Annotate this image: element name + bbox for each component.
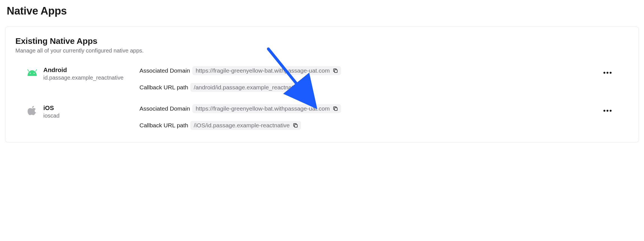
card-subtitle: Manage all of your currently configured …: [15, 47, 629, 54]
copy-domain-button[interactable]: [330, 106, 338, 111]
associated-domain-field: Associated Domain https://fragile-greeny…: [139, 66, 629, 75]
page-title: Native Apps: [7, 5, 639, 17]
domain-value: https://fragile-greenyellow-bat.withpass…: [196, 67, 330, 74]
card-title: Existing Native Apps: [15, 36, 629, 46]
callback-value: /iOS/id.passage.example-reactnative: [194, 122, 290, 129]
app-id: ioscad: [43, 112, 60, 119]
field-label-domain: Associated Domain: [139, 105, 190, 112]
domain-value: https://fragile-greenyellow-bat.withpass…: [196, 105, 330, 112]
svg-rect-0: [27, 69, 29, 71]
android-icon: [26, 66, 38, 78]
native-apps-card: Existing Native Apps Manage all of your …: [5, 27, 639, 142]
domain-chip: https://fragile-greenyellow-bat.withpass…: [192, 66, 341, 75]
callback-chip: /iOS/id.passage.example-reactnative: [190, 121, 301, 130]
svg-point-2: [30, 73, 31, 74]
more-horizontal-icon: •••: [603, 68, 612, 77]
app-name: iOS: [43, 104, 60, 112]
app-row-android: Android id.passage.example_reactnative A…: [15, 66, 629, 92]
more-options-button[interactable]: •••: [602, 105, 614, 116]
callback-path-field: Callback URL path /iOS/id.passage.exampl…: [139, 121, 629, 130]
app-id: id.passage.example_reactnative: [43, 74, 124, 81]
copy-callback-button[interactable]: [290, 123, 298, 128]
associated-domain-field: Associated Domain https://fragile-greeny…: [139, 104, 629, 113]
apple-icon: [26, 104, 38, 116]
callback-value: /android/id.passage.example_reactnative: [194, 84, 301, 91]
domain-chip: https://fragile-greenyellow-bat.withpass…: [192, 104, 341, 113]
svg-rect-4: [334, 70, 337, 73]
app-row-ios: iOS ioscad Associated Domain https://fra…: [15, 104, 629, 130]
copy-icon: [333, 106, 338, 111]
field-label-callback: Callback URL path: [139, 84, 188, 91]
copy-callback-button[interactable]: [301, 85, 309, 90]
copy-domain-button[interactable]: [330, 68, 338, 73]
callback-path-field: Callback URL path /android/id.passage.ex…: [139, 83, 629, 92]
callback-chip: /android/id.passage.example_reactnative: [190, 83, 312, 92]
svg-point-3: [34, 73, 35, 74]
svg-rect-5: [306, 87, 308, 89]
field-label-callback: Callback URL path: [139, 122, 188, 129]
more-horizontal-icon: •••: [603, 106, 612, 115]
more-options-button[interactable]: •••: [602, 67, 614, 78]
svg-rect-6: [334, 108, 337, 111]
field-label-domain: Associated Domain: [139, 67, 190, 74]
copy-icon: [304, 85, 309, 90]
svg-rect-7: [294, 125, 297, 127]
svg-rect-1: [35, 69, 37, 71]
copy-icon: [293, 123, 298, 128]
app-name: Android: [43, 66, 124, 74]
copy-icon: [333, 68, 338, 73]
